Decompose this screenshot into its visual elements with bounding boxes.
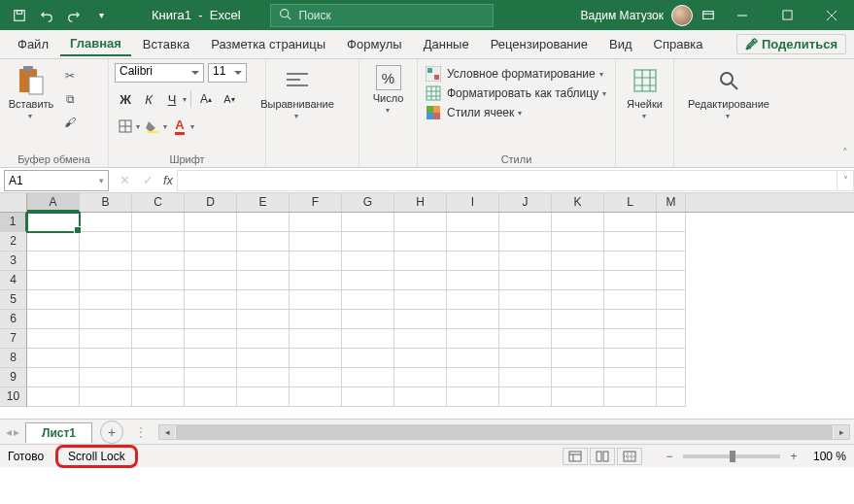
sheet-nav-prev-icon[interactable]: ◂ [6, 425, 12, 439]
cell-H2[interactable] [394, 232, 447, 252]
qat-customize-icon[interactable]: ▾ [89, 4, 113, 27]
share-button[interactable]: 🖉 Поделиться [736, 34, 846, 54]
conditional-formatting-button[interactable]: Условное форматирование▾ [424, 65, 608, 83]
decrease-font-icon[interactable]: A▾ [219, 88, 240, 110]
italic-button[interactable]: К [138, 88, 159, 110]
cell-A2[interactable] [27, 232, 80, 252]
cell-G6[interactable] [342, 310, 394, 329]
cell-B10[interactable] [80, 387, 132, 407]
font-color-icon[interactable]: A [169, 116, 190, 137]
cell-J9[interactable] [499, 368, 552, 387]
font-size-select[interactable]: 11 [208, 63, 247, 83]
cell-G7[interactable] [342, 329, 394, 349]
column-header-L[interactable]: L [604, 193, 657, 212]
cell-E5[interactable] [237, 290, 290, 310]
underline-button[interactable]: Ч [161, 88, 183, 110]
cell-M3[interactable] [657, 252, 686, 271]
cell-F6[interactable] [290, 310, 342, 329]
cell-L8[interactable] [604, 349, 657, 368]
tab-help[interactable]: Справка [644, 33, 713, 55]
row-header-5[interactable]: 5 [0, 290, 27, 310]
column-header-E[interactable]: E [237, 193, 290, 212]
cell-H5[interactable] [394, 290, 447, 310]
column-header-C[interactable]: C [132, 193, 185, 212]
tab-review[interactable]: Рецензирование [481, 33, 598, 55]
cell-E2[interactable] [237, 232, 290, 252]
cell-B3[interactable] [80, 252, 132, 271]
cell-F2[interactable] [290, 232, 342, 252]
fx-icon[interactable]: fx [163, 173, 173, 187]
cell-F1[interactable] [290, 213, 342, 232]
cell-L4[interactable] [604, 271, 657, 290]
cell-C4[interactable] [132, 271, 185, 290]
column-header-G[interactable]: G [342, 193, 394, 212]
cell-I9[interactable] [447, 368, 499, 387]
tab-file[interactable]: Файл [8, 33, 58, 55]
row-header-8[interactable]: 8 [0, 349, 27, 368]
cell-J10[interactable] [499, 387, 552, 407]
view-page-layout-icon[interactable] [590, 448, 615, 465]
row-header-1[interactable]: 1 [0, 213, 27, 232]
cell-J4[interactable] [499, 271, 552, 290]
cell-H4[interactable] [394, 271, 447, 290]
cell-G4[interactable] [342, 271, 394, 290]
cell-E8[interactable] [237, 349, 290, 368]
row-header-4[interactable]: 4 [0, 271, 27, 290]
minimize-button[interactable] [720, 0, 765, 30]
cell-D3[interactable] [185, 252, 237, 271]
cut-icon[interactable]: ✂ [60, 67, 80, 84]
cell-B5[interactable] [80, 290, 132, 310]
cell-I6[interactable] [447, 310, 499, 329]
tab-view[interactable]: Вид [599, 33, 642, 55]
cell-E1[interactable] [237, 213, 290, 232]
cell-K2[interactable] [552, 232, 604, 252]
cell-F5[interactable] [290, 290, 342, 310]
cell-D1[interactable] [185, 213, 237, 232]
cell-I8[interactable] [447, 349, 499, 368]
cell-L10[interactable] [604, 387, 657, 407]
formula-bar[interactable] [177, 170, 837, 191]
cell-H6[interactable] [394, 310, 447, 329]
cell-K6[interactable] [552, 310, 604, 329]
cell-G5[interactable] [342, 290, 394, 310]
cell-B6[interactable] [80, 310, 132, 329]
cell-G1[interactable] [342, 213, 394, 232]
cell-G9[interactable] [342, 368, 394, 387]
cell-F7[interactable] [290, 329, 342, 349]
cell-E7[interactable] [237, 329, 290, 349]
cell-J5[interactable] [499, 290, 552, 310]
tab-home[interactable]: Главная [60, 32, 131, 56]
column-header-I[interactable]: I [447, 193, 499, 212]
cell-K10[interactable] [552, 387, 604, 407]
cell-I2[interactable] [447, 232, 499, 252]
column-header-B[interactable]: B [80, 193, 132, 212]
format-painter-icon[interactable]: 🖌 [60, 114, 80, 131]
cell-H1[interactable] [394, 213, 447, 232]
cell-K1[interactable] [552, 213, 604, 232]
cell-L9[interactable] [604, 368, 657, 387]
cell-E10[interactable] [237, 387, 290, 407]
cell-M8[interactable] [657, 349, 686, 368]
cell-J7[interactable] [499, 329, 552, 349]
cell-F10[interactable] [290, 387, 342, 407]
cell-F9[interactable] [290, 368, 342, 387]
cell-K8[interactable] [552, 349, 604, 368]
increase-font-icon[interactable]: A▴ [195, 88, 217, 110]
save-icon[interactable] [8, 4, 31, 27]
cell-J1[interactable] [499, 213, 552, 232]
tab-insert[interactable]: Вставка [133, 33, 199, 55]
cell-G8[interactable] [342, 349, 394, 368]
cell-M10[interactable] [657, 387, 686, 407]
cell-B8[interactable] [80, 349, 132, 368]
column-header-K[interactable]: K [552, 193, 604, 212]
column-header-J[interactable]: J [499, 193, 552, 212]
cell-K9[interactable] [552, 368, 604, 387]
format-as-table-button[interactable]: Форматировать как таблицу▾ [424, 84, 608, 102]
sheet-tab-1[interactable]: Лист1 [25, 422, 92, 443]
cell-L3[interactable] [604, 252, 657, 271]
editing-button[interactable]: Редактирование ▾ [680, 63, 777, 120]
cell-I10[interactable] [447, 387, 499, 407]
cell-A10[interactable] [27, 387, 80, 407]
cell-A7[interactable] [27, 329, 80, 349]
cell-D2[interactable] [185, 232, 237, 252]
